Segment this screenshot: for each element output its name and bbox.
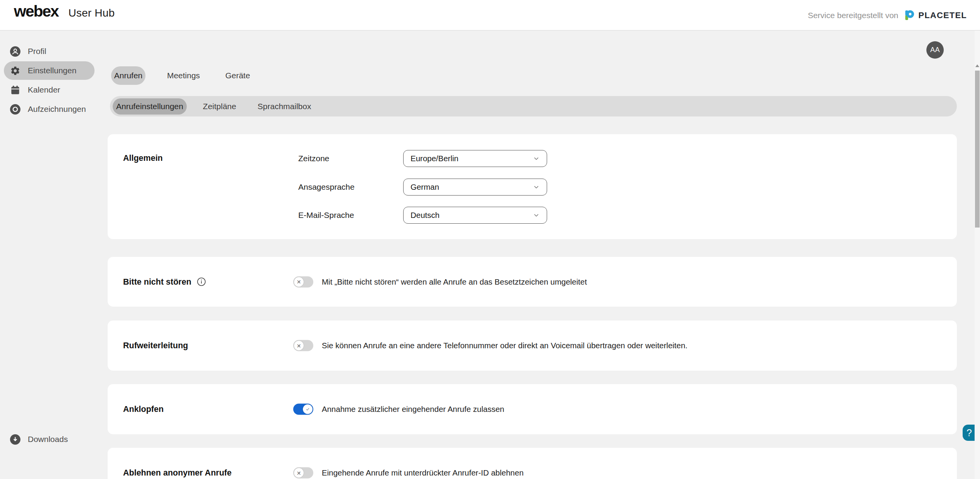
setting-title: Rufweiterleitung xyxy=(123,341,188,351)
placetel-logo: PLACETEL xyxy=(904,9,967,21)
field-row-zeitzone: Zeitzone Europe/Berlin xyxy=(108,150,957,167)
scrollbar[interactable] xyxy=(975,30,980,479)
setting-title: Anklopfen xyxy=(123,405,164,414)
subtab-sprachmailbox[interactable]: Sprachmailbox xyxy=(261,96,308,116)
chevron-down-icon xyxy=(533,212,540,219)
toggle-knob: ✕ xyxy=(294,277,304,287)
gear-icon xyxy=(10,66,20,76)
chevron-down-icon xyxy=(533,155,540,162)
select-value: Europe/Berlin xyxy=(411,154,533,163)
scrollbar-up-arrow-icon[interactable] xyxy=(975,64,979,67)
toggle-knob: ✕ xyxy=(294,468,304,478)
subtab-anrufeinstellungen[interactable]: Anrufeinstellungen xyxy=(113,98,187,115)
call-waiting-toggle[interactable]: ✕ xyxy=(293,404,313,415)
sidebar-item-downloads[interactable]: Downloads xyxy=(4,430,68,449)
toggle-knob: ✕ xyxy=(294,341,304,351)
brand-area: webex User Hub xyxy=(14,2,115,20)
field-label: E-Mail-Sprache xyxy=(298,207,354,224)
sidebar-item-einstellungen[interactable]: Einstellungen xyxy=(4,61,95,80)
select-value: German xyxy=(411,182,533,192)
sidebar-item-label: Einstellungen xyxy=(28,66,76,75)
service-provider-area: Service bereitgestellt von PLACETEL xyxy=(808,0,967,30)
setting-title: Ablehnen anonymer Anrufe xyxy=(123,468,231,478)
placetel-p-icon xyxy=(904,9,916,21)
sidebar-item-label: Aufzeichnungen xyxy=(28,105,86,114)
tab-meetings[interactable]: Meetings xyxy=(169,66,198,85)
setting-description: Annahme zusätzlicher eingehender Anrufe … xyxy=(322,405,504,414)
field-label: Ansagesprache xyxy=(298,179,355,196)
webex-logo: webex xyxy=(14,2,58,20)
toggle-knob: ✕ xyxy=(303,405,313,414)
ansagesprache-select[interactable]: German xyxy=(403,179,547,196)
sidebar-item-profil[interactable]: Profil xyxy=(4,42,95,61)
app-title: User Hub xyxy=(68,7,115,19)
sidebar-item-label: Profil xyxy=(28,47,46,56)
avatar[interactable]: AA xyxy=(926,41,944,59)
zeitzone-select[interactable]: Europe/Berlin xyxy=(403,150,547,167)
subtab-bar: Anrufeinstellungen Zeitpläne Sprachmailb… xyxy=(110,96,957,116)
tab-geraete[interactable]: Geräte xyxy=(227,66,248,85)
card-anklopfen: Anklopfen ✕ Annahme zusätzlicher eingehe… xyxy=(108,384,957,434)
anonymous-call-rejection-toggle[interactable]: ✕ xyxy=(293,467,313,479)
profile-icon xyxy=(10,46,20,57)
call-forwarding-toggle[interactable]: ✕ xyxy=(293,340,313,351)
field-row-ansagesprache: Ansagesprache German xyxy=(108,179,957,196)
setting-description: Sie können Anrufe an eine andere Telefon… xyxy=(322,341,688,350)
recordings-icon xyxy=(10,104,20,115)
field-row-email-sprache: E-Mail-Sprache Deutsch xyxy=(108,207,957,224)
select-value: Deutsch xyxy=(411,211,533,220)
card-allgemein: Allgemein Zeitzone Europe/Berlin Ansages… xyxy=(108,134,957,239)
field-label: Zeitzone xyxy=(298,150,329,167)
calendar-icon xyxy=(10,85,20,95)
email-sprache-select[interactable]: Deutsch xyxy=(403,207,547,224)
check-icon xyxy=(305,406,311,412)
card-bitte-nicht-stoeren: Bitte nicht stören ✕ Mit „Bitte nicht st… xyxy=(108,257,957,307)
setting-title: Bitte nicht stören xyxy=(123,277,191,287)
tab-anrufen[interactable]: Anrufen xyxy=(111,66,145,85)
setting-description: Eingehende Anrufe mit unterdrückter Anru… xyxy=(322,468,524,477)
scrollbar-thumb[interactable] xyxy=(975,71,980,228)
chevron-down-icon xyxy=(533,184,540,191)
sidebar-item-kalender[interactable]: Kalender xyxy=(4,81,95,99)
sidebar-item-label: Downloads xyxy=(28,435,68,444)
setting-description: Mit „Bitte nicht stören“ werden alle Anr… xyxy=(322,277,587,287)
card-rufweiterleitung: Rufweiterleitung ✕ Sie können Anrufe an … xyxy=(108,320,957,371)
download-icon xyxy=(10,434,20,445)
x-icon: ✕ xyxy=(297,279,301,285)
sidebar-item-label: Kalender xyxy=(28,85,60,94)
card-ablehnen-anonymer-anrufe: Ablehnen anonymer Anrufe ✕ Eingehende An… xyxy=(108,448,957,479)
sidebar-item-aufzeichnungen[interactable]: Aufzeichnungen xyxy=(4,100,95,118)
dnd-toggle[interactable]: ✕ xyxy=(293,276,313,287)
x-icon: ✕ xyxy=(297,470,301,476)
service-provided-label: Service bereitgestellt von xyxy=(808,11,899,20)
x-icon: ✕ xyxy=(297,343,301,348)
info-icon[interactable] xyxy=(197,277,206,287)
app-header: webex User Hub Service bereitgestellt vo… xyxy=(0,0,980,30)
subtab-zeitplaene[interactable]: Zeitpläne xyxy=(205,96,234,116)
placetel-wordmark: PLACETEL xyxy=(918,10,967,20)
user-hub-page: webex User Hub Service bereitgestellt vo… xyxy=(0,0,980,479)
